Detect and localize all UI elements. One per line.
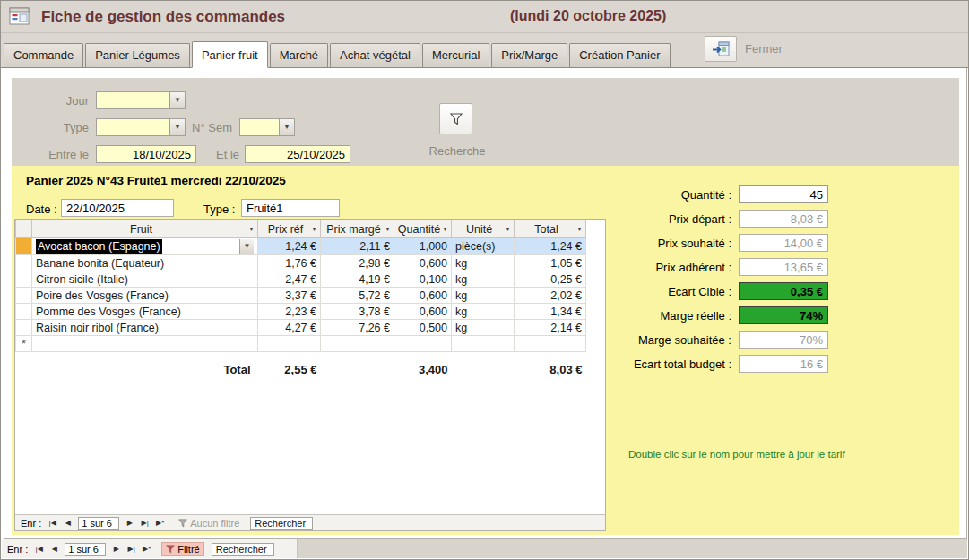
column-header-prix-marge[interactable]: Prix margé▼ (321, 220, 394, 238)
filter-arrow-icon[interactable]: ▼ (385, 226, 391, 232)
record-search-box[interactable]: Rechercher (250, 517, 313, 530)
cell-fruit[interactable]: Avocat bacon (Espagne)▼ (32, 238, 258, 255)
record-position[interactable]: 1 sur 6 (65, 543, 106, 556)
cell-prix-ref[interactable]: 2,23 € (258, 304, 321, 320)
filter-arrow-icon[interactable]: ▼ (505, 226, 511, 232)
tab-creation-panier[interactable]: Création Panier (569, 43, 670, 67)
row-selector[interactable] (16, 288, 32, 304)
cell-prix-ref[interactable]: 1,76 € (258, 255, 321, 271)
row-selector[interactable] (16, 304, 32, 320)
empty-cell[interactable] (321, 336, 394, 352)
tab-panier-legumes[interactable]: Panier Légumes (85, 43, 190, 67)
fermer-button[interactable] (705, 36, 737, 62)
cell-prix-ref[interactable]: 1,24 € (258, 238, 321, 255)
tab-commande[interactable]: Commande (4, 43, 83, 67)
nav-next-button[interactable]: ▶ (122, 517, 137, 530)
cell-unite[interactable]: pièce(s) (452, 238, 515, 255)
table-row[interactable]: Poire des Vosges (France)3,37 €5,72 €0,6… (16, 288, 586, 304)
nsem-combo[interactable]: ▼ (239, 118, 295, 136)
filter-state-indicator[interactable]: Aucun filtre (175, 516, 243, 530)
column-header-quantite[interactable]: Quantité▼ (394, 220, 452, 238)
cell-unite[interactable]: kg (452, 255, 515, 271)
tab-achat-vegetal[interactable]: Achat végétal (330, 43, 420, 67)
nav-new-button[interactable]: ▶* (139, 543, 154, 556)
et-le-field[interactable]: 25/10/2025 (245, 145, 350, 163)
record-search-box[interactable]: Rechercher (212, 543, 274, 556)
cell-quantite[interactable]: 0,600 (394, 255, 452, 271)
cell-quantite[interactable]: 0,600 (394, 288, 452, 304)
chevron-down-icon[interactable]: ▼ (169, 119, 185, 135)
nav-first-button[interactable]: |◀ (31, 543, 47, 556)
cell-fruit[interactable]: Poire des Vosges (France) (32, 288, 258, 304)
row-selector[interactable] (16, 320, 32, 336)
filter-arrow-icon[interactable]: ▼ (311, 226, 317, 232)
recherche-button[interactable] (439, 103, 472, 134)
column-header-fruit[interactable]: Fruit▼ (32, 220, 258, 238)
row-selector[interactable] (16, 255, 32, 271)
chevron-down-icon[interactable]: ▼ (279, 119, 294, 135)
nav-first-button[interactable]: |◀ (45, 517, 60, 530)
row-selector[interactable] (16, 271, 32, 288)
chevron-down-icon[interactable]: ▼ (239, 239, 254, 254)
cell-prix-ref[interactable]: 3,37 € (258, 288, 321, 304)
cell-prix-marge[interactable]: 3,78 € (321, 304, 394, 320)
nav-last-button[interactable]: ▶| (137, 517, 152, 530)
tab-marche[interactable]: Marché (270, 43, 328, 67)
cell-prix-marge[interactable]: 7,26 € (321, 320, 394, 336)
jour-combo[interactable]: ▼ (96, 91, 186, 109)
table-row[interactable]: Raisin noir ribol (France)4,27 €7,26 €0,… (16, 320, 586, 336)
cell-fruit[interactable]: Pomme des Vosges (France) (32, 304, 258, 320)
nav-last-button[interactable]: ▶| (124, 543, 139, 556)
cell-prix-marge[interactable]: 4,19 € (321, 271, 394, 288)
cell-unite[interactable]: kg (452, 320, 515, 336)
cell-quantite[interactable]: 0,600 (394, 304, 452, 320)
table-row[interactable]: Banane bonita (Equateur)1,76 €2,98 €0,60… (16, 255, 586, 271)
empty-cell[interactable] (452, 336, 515, 352)
type-field[interactable]: Fruité1 (241, 199, 340, 217)
empty-cell[interactable] (258, 336, 321, 352)
combo-spacer (162, 239, 239, 254)
empty-cell[interactable] (32, 336, 258, 352)
entre-le-field[interactable]: 18/10/2025 (96, 145, 196, 163)
cell-prix-marge[interactable]: 2,11 € (321, 238, 394, 255)
chevron-down-icon[interactable]: ▼ (169, 92, 185, 108)
date-field[interactable]: 22/10/2025 (61, 199, 174, 217)
type-combo[interactable]: ▼ (96, 118, 186, 136)
form-header: Fiche de gestion des commandes (lundi 20… (1, 1, 968, 33)
cell-prix-marge[interactable]: 5,72 € (321, 288, 394, 304)
table-row[interactable]: Avocat bacon (Espagne)▼1,24 €2,11 €1,000… (16, 238, 586, 255)
cell-prix-ref[interactable]: 4,27 € (258, 320, 321, 336)
cell-quantite[interactable]: 0,500 (394, 320, 452, 336)
table-row[interactable]: Pomme des Vosges (France)2,23 €3,78 €0,6… (16, 304, 586, 320)
cell-prix-ref[interactable]: 2,47 € (258, 271, 321, 288)
cell-quantite[interactable]: 1,000 (394, 238, 452, 255)
cell-unite[interactable]: kg (452, 271, 515, 288)
cell-fruit[interactable]: Citron sicile (Italie) (32, 271, 258, 288)
new-record-selector[interactable]: * (16, 336, 32, 352)
row-selector[interactable] (16, 238, 32, 255)
nav-new-button[interactable]: ▶* (152, 517, 168, 530)
new-record-row[interactable]: * (16, 336, 586, 352)
column-header-prix-ref[interactable]: Prix réf▼ (258, 220, 321, 238)
nav-next-button[interactable]: ▶ (108, 543, 124, 556)
filter-arrow-icon[interactable]: ▼ (248, 226, 255, 232)
filter-arrow-icon[interactable]: ▼ (442, 226, 448, 232)
nav-prev-button[interactable]: ◀ (60, 517, 75, 530)
cell-fruit[interactable]: Banane bonita (Equateur) (32, 255, 258, 271)
empty-cell[interactable] (394, 336, 452, 352)
tab-mercurial[interactable]: Mercurial (422, 43, 489, 67)
tab-panier-fruit[interactable]: Panier fruit (192, 41, 268, 68)
cell-prix-marge[interactable]: 2,98 € (321, 255, 394, 271)
fruit-combobox[interactable]: Avocat bacon (Espagne)▼ (36, 239, 254, 254)
record-position[interactable]: 1 sur 6 (78, 517, 119, 530)
column-header-unite[interactable]: Unité▼ (452, 220, 515, 238)
tab-prix-marge[interactable]: Prix/Marge (491, 43, 567, 67)
cell-unite[interactable]: kg (452, 304, 515, 320)
cell-unite[interactable]: kg (452, 288, 515, 304)
filter-state-indicator[interactable]: Filtré (161, 542, 203, 556)
table-row[interactable]: Citron sicile (Italie)2,47 €4,19 €0,100k… (16, 271, 586, 288)
side-field-value[interactable]: 45 (739, 185, 828, 203)
nav-prev-button[interactable]: ◀ (47, 543, 62, 556)
cell-fruit[interactable]: Raisin noir ribol (France) (32, 320, 258, 336)
cell-quantite[interactable]: 0,100 (394, 271, 452, 288)
